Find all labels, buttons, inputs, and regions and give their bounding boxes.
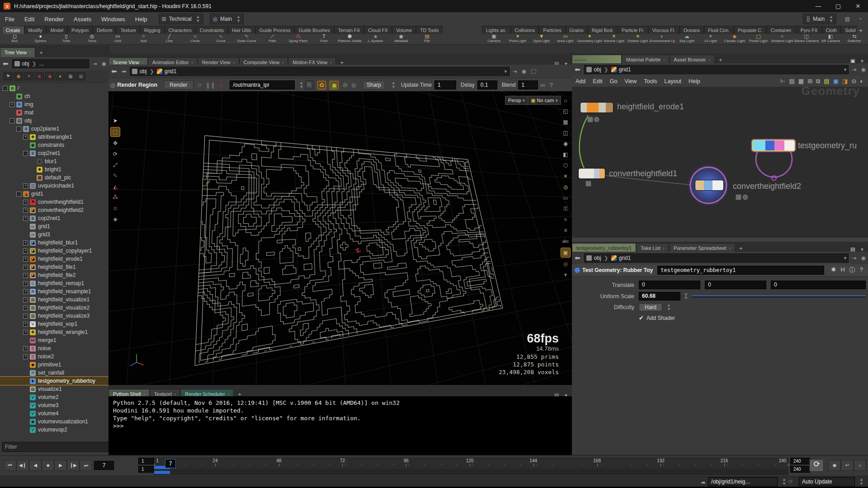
path-segment[interactable]: grid1 — [165, 68, 177, 75]
lighting-icon[interactable]: ☀ — [561, 172, 570, 181]
range-start2-field[interactable]: 1 — [138, 466, 154, 473]
houdini-badge-icon[interactable]: H — [840, 266, 844, 274]
tree-item-heightfield-file1[interactable]: +◪heightfield_file1 — [0, 263, 108, 271]
new-tab-button[interactable]: ＋ — [735, 244, 747, 253]
pose-tool-icon[interactable]: ☺ — [111, 204, 120, 213]
shelf-tab-constraints[interactable]: Constraints — [196, 26, 228, 34]
stop-icon[interactable]: ■ — [219, 82, 222, 89]
shelf-tool-stereo-camera[interactable]: ◫Stereo Camera — [794, 34, 818, 44]
tree-item-obj[interactable]: -▤obj — [0, 117, 108, 125]
shelf-tool-point-light[interactable]: ✶Point Light — [506, 34, 530, 44]
network-menu-help[interactable]: Help — [685, 78, 704, 84]
chevron-down-icon[interactable]: ▾ — [844, 255, 846, 261]
tree-item-img[interactable]: +≋img — [0, 100, 108, 108]
path-segment[interactable]: grid1 — [619, 66, 631, 73]
tree-item-heightfield-visualize1[interactable]: +▤heightfield_visualize1 — [0, 296, 108, 304]
prev-key-button[interactable]: ◀❙ — [16, 460, 29, 471]
shelf-tab-grains[interactable]: Grains — [566, 26, 588, 34]
collapse-icon[interactable]: - — [16, 127, 21, 131]
view-memory-icon[interactable]: ⌗ — [561, 215, 570, 224]
tree-item-bright1[interactable]: ✸bright1 — [0, 165, 108, 174]
tree-item-volume4[interactable]: Vvolume4 — [0, 409, 108, 418]
shelf-tab-particles[interactable]: Particles — [539, 26, 565, 34]
menu-file[interactable]: File — [0, 16, 19, 23]
bypass-flag-icon[interactable]: ◆ — [45, 72, 54, 80]
play-button[interactable]: ▶ — [54, 460, 67, 471]
range-end-field[interactable]: 240 — [790, 458, 810, 465]
path-segment[interactable]: obj — [594, 66, 601, 73]
background-image-icon[interactable]: ▣ — [833, 78, 839, 85]
tree-item-heightfield-erode1[interactable]: +◪heightfield_erode1 — [0, 255, 108, 263]
stepper-icon[interactable]: ▲▼ — [299, 81, 303, 89]
chevron-down-icon[interactable]: ▾ — [844, 66, 846, 73]
tab-parameter-spreadsheet[interactable]: Parameter Spreadsheet• — [669, 243, 735, 253]
network-editor[interactable]: Geometry heightfield_erode1 ◷ testgeomet… — [572, 87, 868, 237]
shelf-tab-guide-process[interactable]: Guide Process — [255, 26, 295, 34]
tree-item-heightfield-blur1[interactable]: +◪heightfield_blur1 — [0, 239, 108, 247]
tree-item-volume2[interactable]: Vvolume2 — [0, 393, 108, 401]
difficulty-dropdown[interactable]: Hard — [639, 303, 662, 311]
refresh-icon[interactable]: ⟳ — [197, 82, 202, 89]
shelf-tool-font[interactable]: TFont — [311, 34, 337, 44]
shelf-tool-line[interactable]: ╱Line — [156, 34, 182, 44]
network-current-tab[interactable]: ⌁⌁⌁⌁⌁• — [572, 55, 622, 64]
info-icon[interactable]: ⓘ — [849, 266, 855, 274]
shelf-tab-populate-c-[interactable]: Populate C. — [734, 26, 767, 34]
shelf-tool-spot-light[interactable]: ▼Spot Light — [529, 34, 553, 44]
shelf-tool-sphere[interactable]: ●Sphere — [28, 34, 53, 44]
main-menu-selector[interactable]: ◎ Main ▲▼ — [210, 14, 244, 24]
node-heightfield-erode1[interactable] — [580, 102, 613, 113]
expand-icon[interactable]: + — [23, 354, 28, 359]
filter-input[interactable]: Filter — [2, 442, 111, 452]
delay-field[interactable]: 0.1 — [477, 80, 497, 89]
node-name-field[interactable]: testgeometry_rubbertoy1 — [657, 266, 824, 275]
render-region-label[interactable]: Render Region — [117, 82, 157, 88]
tree-item-grid3[interactable]: ▱grid3 — [0, 230, 108, 239]
shelf-tool-switcher[interactable]: ⇆Switcher — [842, 34, 866, 44]
expand-icon[interactable]: + — [23, 265, 28, 270]
select-tool-icon[interactable]: ⬚ — [110, 127, 120, 137]
shade-mode-icon[interactable]: ◧ — [561, 150, 570, 159]
stepper-icon[interactable]: ▲▼ — [667, 303, 671, 311]
fullscreen-icon[interactable]: 🖵 — [531, 68, 536, 75]
pin-icon[interactable]: ⇥ — [852, 255, 856, 261]
shelf-tool-volume-light[interactable]: ☀Volume Light — [602, 34, 626, 44]
go-start-button[interactable]: ⏮ — [4, 460, 16, 471]
shelf-tab-cloth[interactable]: Cloth — [822, 26, 841, 34]
expand-icon[interactable]: + — [23, 216, 28, 221]
collapse-icon[interactable]: - — [9, 118, 14, 123]
python-shell[interactable]: Python 2.7.5 (default, Nov 6 2016, 12:19… — [108, 396, 572, 455]
pause-icon[interactable]: ❚❚ — [206, 82, 216, 89]
tree-item-attribwrangle1[interactable]: +❖attribwrangle1 — [0, 133, 108, 141]
shelf-tool-circle[interactable]: ○Circle — [182, 34, 208, 44]
update-mode-selector[interactable]: Auto Update — [799, 477, 855, 486]
play-reverse-button[interactable]: ◀ — [29, 460, 42, 471]
tree-item-convertheightfield2[interactable]: +◪convertheightfield2 — [0, 206, 108, 214]
range-start-field[interactable]: 1 — [138, 458, 154, 465]
tree-item-volumevop2[interactable]: Vvolumevop2 — [0, 426, 108, 434]
next-frame-button[interactable]: ❙▶ — [67, 460, 80, 471]
magnify-icon[interactable]: ⊙ — [351, 82, 356, 89]
shelf-tab-characters[interactable]: Characters — [165, 26, 196, 34]
expand-icon[interactable]: + — [23, 183, 28, 188]
sharpness-selector[interactable]: Sharp — [363, 80, 385, 89]
link-icon[interactable]: ◉ — [861, 255, 866, 261]
shelf-tool-path[interactable]: ⟋Path — [259, 34, 285, 44]
ortho-view-icon[interactable]: ▦ — [561, 117, 570, 127]
autokey-button[interactable]: ◉ — [828, 460, 841, 471]
network-menu-add[interactable]: Add — [572, 78, 589, 84]
tree-item-volume3[interactable]: Vvolume3 — [0, 401, 108, 409]
shelf-tool-sky-light[interactable]: ☁Sky Light — [675, 34, 699, 44]
translate-x-field[interactable]: 0 — [639, 281, 700, 289]
brush-tool-icon[interactable]: ✎ — [111, 171, 120, 180]
link-icon[interactable]: ◉ — [861, 66, 866, 73]
shelf-tool-ambient-light[interactable]: ○Ambient Light — [770, 34, 794, 44]
viewport-path[interactable]: obj ❯ grid1 ▾ — [129, 66, 510, 77]
menu-help-icon[interactable]: ◔ — [859, 16, 862, 22]
audio-button[interactable]: ♪ — [854, 460, 866, 471]
camera-selector[interactable]: ▣ No cam ▾ — [528, 96, 561, 105]
menu-render[interactable]: Render — [39, 16, 69, 23]
search-icon[interactable]: ⊙ — [851, 78, 856, 85]
recycle-icon[interactable]: ♻ — [317, 81, 326, 89]
blend-field[interactable]: 1 — [518, 80, 538, 89]
